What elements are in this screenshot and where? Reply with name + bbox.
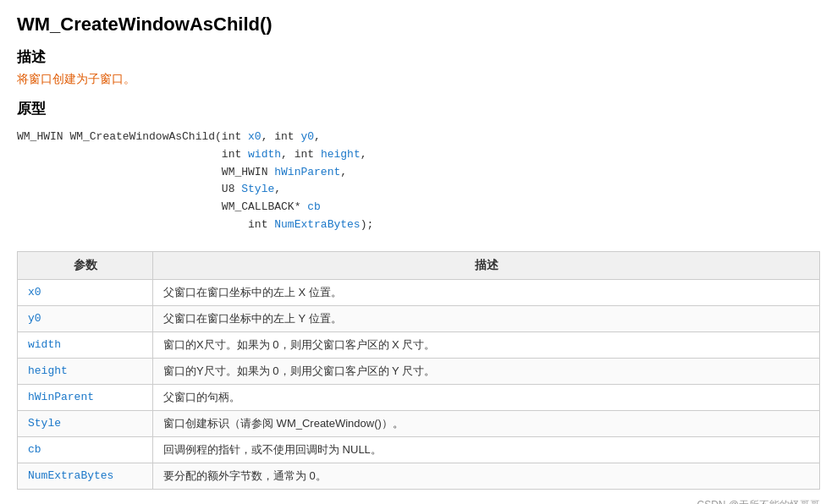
description-heading: 描述 xyxy=(17,47,820,67)
description-text: 将窗口创建为子窗口。 xyxy=(17,72,820,87)
table-row: NumExtraBytes要分配的额外字节数，通常为 0。 xyxy=(18,463,820,489)
code-line-1: WM_HWIN WM_CreateWindowAsChild(int x0, i… xyxy=(17,129,820,146)
table-row: y0父窗口在窗口坐标中的左上 Y 位置。 xyxy=(18,305,820,331)
param-table: 参数 描述 x0父窗口在窗口坐标中的左上 X 位置。y0父窗口在窗口坐标中的左上… xyxy=(17,251,820,490)
param-name: height xyxy=(18,358,153,384)
param-name: hWinParent xyxy=(18,384,153,410)
param-name: y0 xyxy=(18,305,153,331)
param-name: width xyxy=(18,331,153,358)
param-desc: 窗口创建标识（请参阅 WM_CreateWindow()）。 xyxy=(153,410,820,436)
param-name: cb xyxy=(18,436,153,463)
table-row: height窗口的Y尺寸。如果为 0，则用父窗口客户区的 Y 尺寸。 xyxy=(18,358,820,384)
param-desc: 父窗口的句柄。 xyxy=(153,384,820,410)
param-desc: 回调例程的指针，或不使用回调时为 NULL。 xyxy=(153,436,820,463)
code-line-6: int NumExtraBytes); xyxy=(17,216,820,234)
code-line-3: WM_HWIN hWinParent, xyxy=(17,164,820,182)
param-desc: 窗口的X尺寸。如果为 0，则用父窗口客户区的 X 尺寸。 xyxy=(153,331,820,358)
param-name: x0 xyxy=(18,279,153,305)
param-desc: 要分配的额外字节数，通常为 0。 xyxy=(153,463,820,489)
table-row: Style窗口创建标识（请参阅 WM_CreateWindow()）。 xyxy=(18,410,820,436)
param-desc: 窗口的Y尺寸。如果为 0，则用父窗口客户区的 Y 尺寸。 xyxy=(153,358,820,384)
code-line-5: WM_CALLBACK* cb xyxy=(17,199,820,216)
table-row: cb回调例程的指针，或不使用回调时为 NULL。 xyxy=(18,436,820,463)
description-section: 描述 将窗口创建为子窗口。 xyxy=(17,47,820,87)
table-header-param: 参数 xyxy=(18,251,153,279)
param-name: NumExtraBytes xyxy=(18,463,153,489)
page-title: WM_CreateWindowAsChild() xyxy=(17,14,820,36)
table-row: x0父窗口在窗口坐标中的左上 X 位置。 xyxy=(18,279,820,305)
prototype-heading: 原型 xyxy=(17,99,820,118)
table-row: width窗口的X尺寸。如果为 0，则用父窗口客户区的 X 尺寸。 xyxy=(18,331,820,358)
prototype-section: 原型 WM_HWIN WM_CreateWindowAsChild(int x0… xyxy=(17,99,820,238)
param-desc: 父窗口在窗口坐标中的左上 Y 位置。 xyxy=(153,305,820,331)
watermark: CSDN @无所不能的怪哥哥 xyxy=(17,498,820,504)
code-line-4: U8 Style, xyxy=(17,181,820,199)
code-line-2: int width, int height, xyxy=(17,146,820,164)
param-desc: 父窗口在窗口坐标中的左上 X 位置。 xyxy=(153,279,820,305)
code-block: WM_HWIN WM_CreateWindowAsChild(int x0, i… xyxy=(17,125,820,238)
param-name: Style xyxy=(18,410,153,436)
table-header-desc: 描述 xyxy=(153,251,820,279)
table-row: hWinParent父窗口的句柄。 xyxy=(18,384,820,410)
